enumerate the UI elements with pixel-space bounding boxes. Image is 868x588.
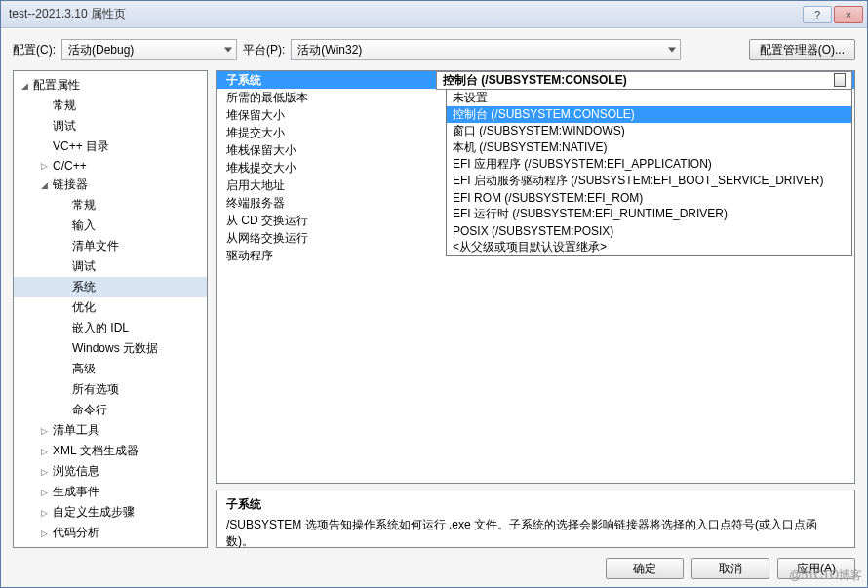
tree-item[interactable]: 调试 <box>14 116 207 137</box>
config-toolbar: 配置(C): 活动(Debug) 平台(P): 活动(Win32) 配置管理器(… <box>13 39 855 60</box>
config-value: 活动(Debug) <box>68 42 134 59</box>
help-button[interactable]: ? <box>803 6 832 23</box>
tree-item[interactable]: ▷生成事件 <box>14 482 207 502</box>
config-combo[interactable]: 活动(Debug) <box>61 39 237 60</box>
tree-item[interactable]: 常规 <box>14 96 207 116</box>
tree-item[interactable]: 嵌入的 IDL <box>14 318 207 338</box>
tree-item[interactable]: ▷XML 文档生成器 <box>14 441 207 461</box>
tree-item[interactable]: ▷C/C++ <box>14 157 207 175</box>
tree-item-label: 生成事件 <box>53 484 99 500</box>
dropdown-item[interactable]: EFI ROM (/SUBSYSTEM:EFI_ROM) <box>447 189 851 206</box>
tree-item[interactable]: ▷自定义生成步骤 <box>14 502 207 523</box>
tree-item-label: 浏览信息 <box>53 463 99 480</box>
tree-item[interactable]: ▷浏览信息 <box>14 461 207 482</box>
grid-row-label: 驱动程序 <box>217 248 436 264</box>
watermark: @51CTO博客 <box>789 568 862 584</box>
grid-header-value[interactable]: 控制台 (/SUBSYSTEM:CONSOLE) <box>436 71 852 90</box>
dropdown-item[interactable]: 本机 (/SUBSYSTEM:NATIVE) <box>447 139 851 156</box>
tree-item[interactable]: ▷代码分析 <box>14 523 207 543</box>
category-tree[interactable]: ◢配置属性常规调试VC++ 目录▷C/C++◢链接器常规输入清单文件调试系统优化… <box>13 70 208 548</box>
grid-row-label: 堆保留大小 <box>217 107 436 124</box>
tree-item-label: 高级 <box>72 361 96 377</box>
right-pane: 子系统 控制台 (/SUBSYSTEM:CONSOLE) 所需的最低版本堆保留大… <box>216 70 855 548</box>
platform-label: 平台(P): <box>243 42 285 59</box>
tree-item-label: 常规 <box>72 197 96 214</box>
tree-item-label: 优化 <box>72 299 96 316</box>
dropdown-item[interactable]: POSIX (/SUBSYSTEM:POSIX) <box>447 222 851 239</box>
tree-item[interactable]: 输入 <box>14 216 207 236</box>
tree-item[interactable]: VC++ 目录 <box>14 137 207 157</box>
tree-item-label: 链接器 <box>53 176 88 193</box>
grid-row-label: 从 CD 交换运行 <box>217 213 436 229</box>
titlebar: test--2021.3.10 属性页 ? × <box>1 1 867 28</box>
grid-row-label: 从网络交换运行 <box>217 230 436 247</box>
grid-row-label: 堆提交大小 <box>217 125 436 141</box>
dropdown-item[interactable]: 窗口 (/SUBSYSTEM:WINDOWS) <box>447 123 851 139</box>
tree-arrow-icon: ▷ <box>41 508 51 518</box>
tree-item-label: 所有选项 <box>72 381 119 398</box>
dropdown-item[interactable]: EFI 启动服务驱动程序 (/SUBSYSTEM:EFI_BOOT_SERVIC… <box>447 173 851 189</box>
tree-arrow-icon: ▷ <box>41 426 51 436</box>
tree-item[interactable]: 常规 <box>14 195 207 216</box>
tree-item-label: VC++ 目录 <box>53 138 109 155</box>
dropdown-item[interactable]: 未设置 <box>447 90 851 106</box>
tree-item[interactable]: 命令行 <box>14 400 207 420</box>
dropdown-item[interactable]: EFI 应用程序 (/SUBSYSTEM:EFI_APPLICATION) <box>447 156 851 173</box>
tree-item[interactable]: ◢链接器 <box>14 175 207 195</box>
help-title: 子系统 <box>226 496 845 513</box>
dropdown-item[interactable]: <从父级或项目默认设置继承> <box>447 239 851 255</box>
grid-header-row[interactable]: 子系统 控制台 (/SUBSYSTEM:CONSOLE) <box>217 71 854 89</box>
tree-item-label: 输入 <box>72 217 96 234</box>
tree-item-label: 常规 <box>53 98 76 114</box>
tree-item-label: 嵌入的 IDL <box>72 320 129 336</box>
config-label: 配置(C): <box>13 42 56 59</box>
tree-item-label: C/C++ <box>53 159 87 173</box>
tree-item[interactable]: Windows 元数据 <box>14 338 207 359</box>
tree-arrow-icon: ▷ <box>41 529 51 538</box>
tree-arrow-icon: ▷ <box>41 488 51 497</box>
tree-arrow-icon: ▷ <box>41 467 51 477</box>
tree-item[interactable]: 所有选项 <box>14 379 207 400</box>
tree-item-label: 系统 <box>72 279 96 295</box>
tree-item-label: 自定义生成步骤 <box>53 504 135 521</box>
subsystem-dropdown[interactable]: 未设置控制台 (/SUBSYSTEM:CONSOLE)窗口 (/SUBSYSTE… <box>446 89 852 256</box>
tree-item[interactable]: ▷清单工具 <box>14 420 207 441</box>
tree-item[interactable]: 系统 <box>14 277 207 297</box>
tree-item[interactable]: 优化 <box>14 297 207 318</box>
tree-item-label: 调试 <box>72 258 96 275</box>
tree-item-label: 调试 <box>53 118 76 135</box>
grid-row-label: 堆栈提交大小 <box>217 160 436 176</box>
tree-arrow-icon: ◢ <box>41 180 51 190</box>
platform-value: 活动(Win32) <box>297 42 362 59</box>
help-text: /SUBSYSTEM 选项告知操作系统如何运行 .exe 文件。子系统的选择会影… <box>226 517 845 550</box>
tree-item-label: XML 文档生成器 <box>53 443 138 459</box>
tree-item-label: 配置属性 <box>33 77 80 94</box>
tree-item[interactable]: 高级 <box>14 359 207 379</box>
tree-item[interactable]: 清单文件 <box>14 236 207 256</box>
tree-item[interactable]: ◢配置属性 <box>14 75 207 96</box>
grid-header-label: 子系统 <box>217 72 436 89</box>
tree-item-label: 代码分析 <box>53 525 99 541</box>
grid-row-label: 堆栈保留大小 <box>217 142 436 159</box>
config-manager-label: 配置管理器(O)... <box>760 42 845 59</box>
tree-item-label: Windows 元数据 <box>72 340 158 357</box>
dropdown-item[interactable]: 控制台 (/SUBSYSTEM:CONSOLE) <box>447 106 851 123</box>
tree-arrow-icon: ◢ <box>21 81 31 91</box>
help-box: 子系统 /SUBSYSTEM 选项告知操作系统如何运行 .exe 文件。子系统的… <box>216 490 855 548</box>
tree-item-label: 命令行 <box>72 402 107 418</box>
main-area: ◢配置属性常规调试VC++ 目录▷C/C++◢链接器常规输入清单文件调试系统优化… <box>13 70 855 548</box>
dropdown-item[interactable]: EFI 运行时 (/SUBSYSTEM:EFI_RUNTIME_DRIVER) <box>447 206 851 222</box>
close-button[interactable]: × <box>834 6 863 23</box>
dialog-content: 配置(C): 活动(Debug) 平台(P): 活动(Win32) 配置管理器(… <box>1 28 867 587</box>
property-grid: 子系统 控制台 (/SUBSYSTEM:CONSOLE) 所需的最低版本堆保留大… <box>216 70 855 484</box>
tree-arrow-icon: ▷ <box>41 447 51 456</box>
config-manager-button[interactable]: 配置管理器(O)... <box>749 39 855 60</box>
ok-button[interactable]: 确定 <box>606 558 684 579</box>
grid-row-label: 终端服务器 <box>217 195 436 212</box>
cancel-button[interactable]: 取消 <box>691 558 769 579</box>
grid-row-label: 所需的最低版本 <box>217 90 436 106</box>
tree-item[interactable]: 调试 <box>14 256 207 277</box>
platform-combo[interactable]: 活动(Win32) <box>291 39 681 60</box>
tree-arrow-icon: ▷ <box>41 161 51 171</box>
dialog-footer: 确定 取消 应用(A) <box>13 548 855 579</box>
